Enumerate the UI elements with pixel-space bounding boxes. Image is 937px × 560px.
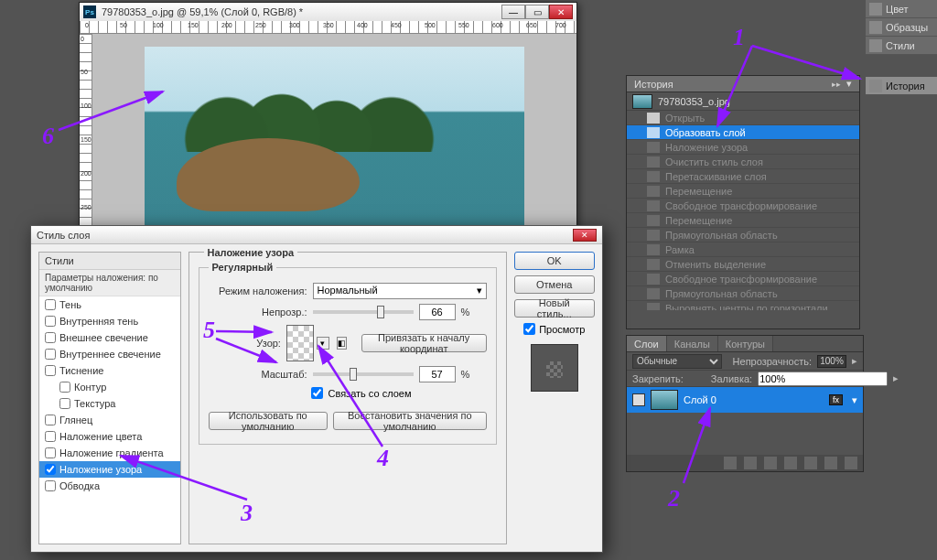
style-effect-row[interactable]: Наложение цвета: [39, 428, 180, 445]
effect-checkbox[interactable]: [45, 316, 56, 327]
blend-mode-select[interactable]: Нормальный▾: [313, 283, 487, 299]
history-row[interactable]: Рамка: [627, 242, 859, 257]
dialog-right-column: OK Отмена Новый стиль... Просмотр: [514, 252, 596, 544]
history-row[interactable]: Выровнять центры по горизонтали: [627, 301, 859, 310]
style-effect-row[interactable]: Внутренняя тень: [39, 313, 180, 329]
snap-origin-button[interactable]: Привязать к началу координат: [361, 334, 487, 352]
chevron-down-icon[interactable]: ▾: [852, 394, 857, 406]
maximize-button[interactable]: ▭: [525, 5, 549, 19]
style-effect-row[interactable]: Внешнее свечение: [39, 329, 180, 346]
layer-row[interactable]: Слой 0 fx ▾: [627, 387, 863, 413]
preview-checkbox[interactable]: [523, 323, 535, 335]
fx-icon[interactable]: [744, 457, 757, 469]
tab-paths[interactable]: Контуры: [718, 336, 773, 351]
dialog-close-button[interactable]: ✕: [573, 229, 597, 242]
opacity-slider[interactable]: [313, 310, 414, 314]
style-effect-row[interactable]: Тиснение: [39, 362, 180, 379]
effect-checkbox[interactable]: [45, 431, 56, 442]
chevron-down-icon[interactable]: ▸: [852, 355, 857, 367]
style-effect-row[interactable]: Наложение узора: [39, 461, 180, 478]
effect-checkbox[interactable]: [45, 332, 56, 343]
history-row[interactable]: Прямоугольная область: [627, 286, 859, 301]
document-titlebar[interactable]: Ps 79780353_o.jpg @ 59,1% (Слой 0, RGB/8…: [80, 3, 576, 21]
ruler-vertical[interactable]: 050100150200250: [80, 34, 92, 228]
history-row[interactable]: Перемещение: [627, 184, 859, 199]
ok-button[interactable]: OK: [514, 252, 596, 270]
history-row[interactable]: Перемещение: [627, 213, 859, 228]
new-layer-icon[interactable]: [824, 457, 837, 469]
link-icon[interactable]: [724, 457, 737, 469]
blend-defaults-row[interactable]: Параметры наложения: по умолчанию: [39, 270, 180, 296]
scale-value[interactable]: 57: [419, 366, 456, 382]
history-step-icon: [647, 200, 660, 211]
layer-thumb: [651, 390, 678, 410]
side-panel-strip: Цвет Образцы Стили История: [866, 0, 937, 95]
history-row[interactable]: Отменить выделение: [627, 257, 859, 272]
history-row[interactable]: Перетаскивание слоя: [627, 169, 859, 184]
style-effect-row[interactable]: Внутреннее свечение: [39, 346, 180, 362]
effect-checkbox[interactable]: [45, 299, 56, 310]
dialog-titlebar[interactable]: Стиль слоя ✕: [31, 226, 602, 244]
side-item-color[interactable]: Цвет: [866, 0, 937, 18]
history-panel: История▸▸▾ 79780353_o.jpg ОткрытьОбразов…: [626, 75, 860, 329]
group-icon[interactable]: [804, 457, 817, 469]
minimize-button[interactable]: —: [501, 5, 525, 19]
history-row[interactable]: Свободное трансформирование: [627, 272, 859, 286]
eye-icon[interactable]: [632, 393, 645, 406]
annotation-1: 1: [733, 24, 745, 51]
use-defaults-button[interactable]: Использовать по умолчанию: [209, 412, 328, 430]
side-item-swatches[interactable]: Образцы: [866, 18, 937, 37]
new-style-button[interactable]: Новый стиль...: [514, 299, 596, 318]
effect-checkbox[interactable]: [45, 415, 56, 425]
reset-defaults-button[interactable]: Восстановить значения по умолчанию: [333, 412, 486, 430]
fx-badge[interactable]: fx: [829, 394, 843, 405]
new-preset-button[interactable]: ◧: [337, 337, 347, 350]
effect-checkbox[interactable]: [59, 398, 70, 409]
effect-checkbox[interactable]: [59, 382, 70, 393]
link-with-layer-checkbox[interactable]: [311, 387, 323, 399]
history-row[interactable]: Очистить стиль слоя: [627, 155, 859, 169]
side-item-styles[interactable]: Стили: [866, 37, 937, 55]
effect-checkbox[interactable]: [45, 480, 56, 491]
history-row[interactable]: Образовать слой: [627, 125, 859, 140]
opacity-input[interactable]: [817, 355, 846, 368]
style-effect-row[interactable]: Наложение градиента: [39, 445, 180, 461]
mask-icon[interactable]: [764, 457, 777, 469]
svg-line-0: [752, 46, 860, 79]
style-effect-row[interactable]: Тень: [39, 296, 180, 313]
effect-checkbox[interactable]: [45, 447, 56, 458]
style-effect-row[interactable]: Глянец: [39, 412, 180, 428]
history-tab[interactable]: История▸▸▾: [627, 76, 859, 92]
history-row[interactable]: Наложение узора: [627, 140, 859, 155]
blend-mode-select[interactable]: Обычные: [632, 354, 722, 369]
effect-checkbox[interactable]: [45, 464, 56, 475]
tab-channels[interactable]: Каналы: [667, 336, 718, 351]
scale-slider[interactable]: [313, 372, 414, 376]
history-row[interactable]: Открыть: [627, 111, 859, 125]
history-icon: [869, 80, 882, 92]
pattern-swatch[interactable]: [286, 325, 314, 361]
opacity-value[interactable]: 66: [419, 304, 456, 320]
canvas[interactable]: [92, 34, 576, 228]
fill-input[interactable]: [758, 372, 888, 386]
cancel-button[interactable]: Отмена: [514, 275, 596, 294]
style-effect-row[interactable]: Обводка: [39, 478, 180, 494]
effect-checkbox[interactable]: [45, 365, 56, 376]
history-file-row[interactable]: 79780353_o.jpg: [627, 92, 859, 111]
close-button[interactable]: ✕: [549, 5, 573, 19]
styles-sidebar: Стили Параметры наложения: по умолчанию …: [38, 252, 181, 544]
history-row[interactable]: Свободное трансформирование: [627, 199, 859, 213]
history-row[interactable]: Прямоугольная область: [627, 228, 859, 242]
adjust-icon[interactable]: [784, 457, 797, 469]
side-item-history[interactable]: История: [866, 77, 937, 95]
tab-layers[interactable]: Слои: [627, 336, 667, 351]
styles-header[interactable]: Стили: [39, 253, 180, 270]
effect-checkbox[interactable]: [45, 349, 56, 360]
pattern-dropdown-button[interactable]: ▾: [317, 337, 329, 350]
style-effect-row[interactable]: Текстура: [39, 395, 180, 412]
ps-icon: Ps: [83, 5, 96, 18]
style-effect-row[interactable]: Контур: [39, 379, 180, 395]
trash-icon[interactable]: [845, 457, 857, 469]
chevron-down-icon[interactable]: ▸: [893, 372, 899, 384]
ruler-horizontal[interactable]: 0501001502002503003504004505005506006507…: [80, 21, 576, 34]
